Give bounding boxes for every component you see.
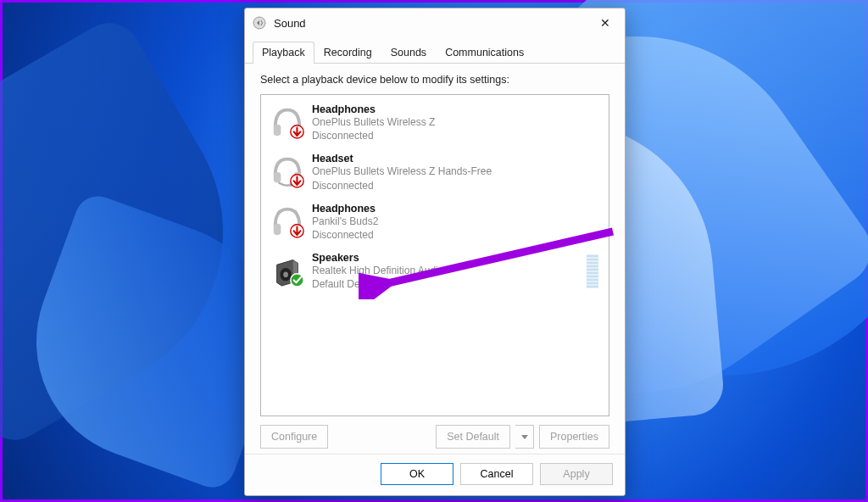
cancel-button[interactable]: Cancel [460,463,533,485]
tab-playback[interactable]: Playback [253,42,314,64]
device-item[interactable]: HeadphonesOnePlus Bullets Wireless ZDisc… [264,98,605,148]
device-item[interactable]: HeadsetOnePlus Bullets Wireless Z Hands-… [264,148,605,197]
device-name: Headphones [312,103,435,115]
properties-button[interactable]: Properties [539,425,609,449]
volume-level-icon [587,255,598,288]
tab-row: PlaybackRecordingSoundsCommunications [245,41,625,64]
device-list[interactable]: HeadphonesOnePlus Bullets Wireless ZDisc… [260,94,609,416]
tab-body: Select a playback device below to modify… [245,64,625,454]
dialog-button-row: OK Cancel Apply [245,454,625,495]
dialog-title: Sound [274,17,593,30]
device-status: Disconnected [312,129,435,142]
sound-dialog: Sound ✕ PlaybackRecordingSoundsCommunica… [244,8,626,496]
device-desc: OnePlus Bullets Wireless Z Hands-Free [312,165,492,178]
speaker-icon [270,252,305,287]
set-default-button[interactable]: Set Default [436,425,510,449]
headset-icon [270,153,305,188]
headphones-icon [270,103,305,139]
svg-rect-8 [274,224,281,235]
svg-point-13 [291,274,303,287]
instruction-text: Select a playback device below to modify… [260,74,609,86]
device-status: Disconnected [312,179,492,192]
device-status: Disconnected [312,228,378,242]
device-item[interactable]: HeadphonesPankil's Buds2Disconnected [264,198,605,247]
titlebar[interactable]: Sound ✕ [245,8,625,37]
configure-button[interactable]: Configure [260,425,328,449]
tab-sounds[interactable]: Sounds [381,42,436,64]
set-default-dropdown[interactable] [515,425,534,449]
ok-button[interactable]: OK [381,463,453,485]
svg-rect-1 [274,125,281,136]
device-desc: Realtek High Definition Audio [312,264,443,277]
svg-point-12 [283,272,288,278]
close-icon: ✕ [600,16,610,30]
apply-button[interactable]: Apply [540,463,613,485]
device-name: Headset [312,153,492,165]
sound-title-icon [252,15,267,31]
headphones-icon [270,203,305,238]
device-desc: Pankil's Buds2 [312,215,378,228]
svg-rect-4 [274,172,281,182]
device-desc: OnePlus Bullets Wireless Z [312,115,435,129]
chevron-down-icon [521,435,528,439]
device-item[interactable]: SpeakersRealtek High Definition AudioDef… [264,247,605,296]
device-name: Headphones [312,203,378,215]
device-name: Speakers [312,252,443,264]
close-button[interactable]: ✕ [593,10,618,36]
tab-recording[interactable]: Recording [314,42,381,64]
desktop-background: Sound ✕ PlaybackRecordingSoundsCommunica… [0,0,868,502]
action-row: Configure Set Default Properties [260,425,609,449]
device-status: Default Device [312,277,443,291]
tab-communications[interactable]: Communications [436,42,533,64]
